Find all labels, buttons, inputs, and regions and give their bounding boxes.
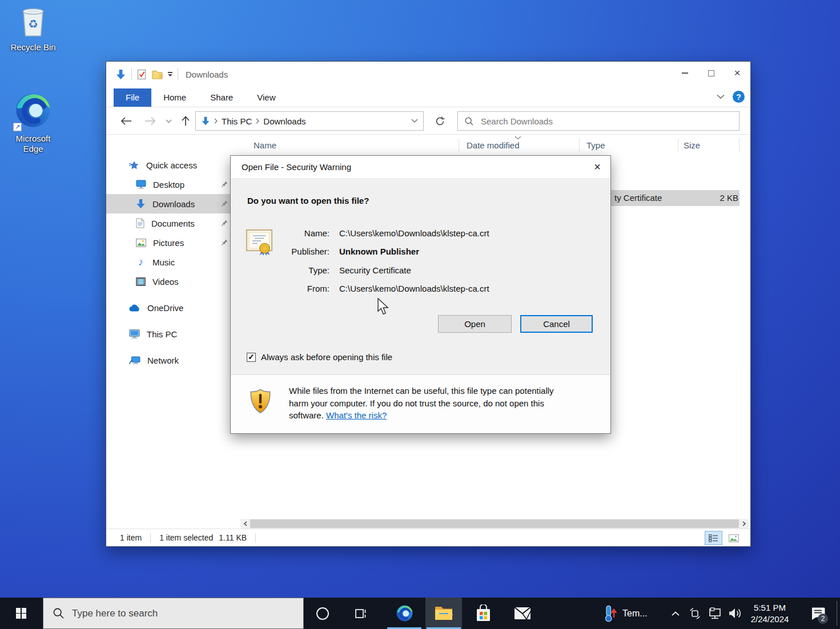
tray-touch-keyboard-icon[interactable] <box>686 598 704 629</box>
dialog-close-button[interactable]: × <box>584 156 610 178</box>
documents-icon <box>136 218 144 228</box>
search-icon <box>53 608 64 619</box>
sidebar-item-this-pc[interactable]: This PC <box>106 324 240 344</box>
warning-shield-icon <box>250 389 271 414</box>
sidebar-item-pictures[interactable]: Pictures <box>106 233 240 252</box>
search-input[interactable]: Search Downloads <box>457 111 739 131</box>
column-header-size[interactable]: Size <box>684 140 700 150</box>
customize-toolbar-caret-icon[interactable] <box>168 72 172 76</box>
mail-icon <box>514 607 531 620</box>
sidebar-item-quick-access[interactable]: Quick access <box>106 155 240 175</box>
back-button[interactable] <box>118 112 135 130</box>
address-bar[interactable]: This PC Downloads <box>195 111 424 131</box>
checkbox-checked[interactable] <box>247 353 256 362</box>
breadcrumb-chevron-icon <box>214 118 218 124</box>
scrollbar-thumb[interactable] <box>250 519 739 528</box>
sidebar-item-network[interactable]: Network <box>106 350 240 370</box>
tab-share[interactable]: Share <box>198 88 245 107</box>
item-count: 1 item <box>120 533 142 542</box>
edge-icon <box>396 604 413 622</box>
up-button[interactable] <box>177 112 194 130</box>
divider <box>131 68 132 80</box>
quick-access-star-icon <box>129 160 139 170</box>
desktop-icon-label: Microsoft Edge <box>5 134 62 154</box>
quick-access-toolbar: Downloads <box>115 62 228 87</box>
downloads-icon <box>136 199 146 209</box>
cortana-button[interactable] <box>304 598 341 629</box>
tab-home[interactable]: Home <box>151 88 198 107</box>
onedrive-cloud-icon <box>129 304 140 312</box>
pin-icon <box>222 220 228 226</box>
scroll-left-arrow[interactable] <box>240 519 250 529</box>
sidebar-item-music[interactable]: ♪ Music <box>106 252 240 272</box>
field-name-label: Name: <box>231 228 339 238</box>
windows-logo-icon <box>16 608 27 619</box>
properties-icon[interactable] <box>137 69 147 80</box>
action-center-button[interactable]: 2 <box>804 598 831 629</box>
column-header-name[interactable]: Name <box>254 140 276 150</box>
help-button[interactable]: ? <box>733 91 745 103</box>
window-title: Downloads <box>186 70 228 79</box>
refresh-button[interactable] <box>429 111 450 131</box>
window-controls: × <box>672 62 750 84</box>
cancel-button[interactable]: Cancel <box>520 315 593 333</box>
address-dropdown-chevron-icon[interactable] <box>411 119 418 123</box>
open-button[interactable]: Open <box>438 315 512 333</box>
new-folder-icon[interactable] <box>152 70 163 79</box>
column-header-type[interactable]: Type <box>586 140 605 150</box>
scroll-right-arrow[interactable] <box>739 519 749 529</box>
breadcrumb-downloads[interactable]: Downloads <box>263 116 306 126</box>
show-desktop-button[interactable] <box>837 601 840 626</box>
tab-view[interactable]: View <box>245 88 287 107</box>
sidebar-item-documents[interactable]: Documents <box>106 213 240 233</box>
horizontal-scrollbar[interactable] <box>240 519 749 529</box>
downloads-folder-icon[interactable] <box>115 69 126 80</box>
details-view-button[interactable] <box>705 531 722 545</box>
svg-text:♻: ♻ <box>28 18 38 30</box>
tray-overflow-chevron[interactable] <box>667 598 684 629</box>
pin-icon <box>222 181 228 187</box>
tray-network-icon[interactable] <box>706 598 724 629</box>
column-header-date-modified[interactable]: Date modified <box>467 140 520 150</box>
large-icons-view-button[interactable] <box>725 531 742 545</box>
ribbon-tabs: File Home Share View ? <box>106 87 750 107</box>
file-explorer-icon <box>435 606 453 621</box>
tray-volume-icon[interactable] <box>725 598 745 629</box>
navigation-pane: Quick access Desktop Downloads <box>106 135 240 519</box>
taskbar-mail-button[interactable] <box>504 598 541 629</box>
task-view-button[interactable] <box>342 598 379 629</box>
tray-temperature-label[interactable]: Tem... <box>622 598 648 629</box>
sidebar-item-downloads[interactable]: Downloads <box>106 194 240 213</box>
taskbar-clock[interactable]: 5:51 PM 2/24/2024 <box>744 602 795 624</box>
videos-icon <box>136 277 146 286</box>
address-bar-row: This PC Downloads Search Downloads <box>106 107 750 135</box>
taskbar-file-explorer-button[interactable] <box>425 598 462 629</box>
music-icon: ♪ <box>136 256 146 268</box>
field-type-label: Type: <box>231 265 339 275</box>
sidebar-item-onedrive[interactable]: OneDrive <box>106 298 240 317</box>
always-ask-checkbox-row[interactable]: Always ask before opening this file <box>247 352 392 362</box>
tray-temperature-icon[interactable] <box>600 598 620 629</box>
desktop-icon-recycle-bin[interactable]: ♻ Recycle Bin <box>5 5 62 53</box>
sidebar-item-videos[interactable]: Videos <box>106 272 240 291</box>
notification-badge: 2 <box>818 614 828 624</box>
minimize-button[interactable] <box>672 62 698 84</box>
sidebar-item-desktop[interactable]: Desktop <box>106 175 240 194</box>
tab-file[interactable]: File <box>114 88 151 107</box>
close-button[interactable]: × <box>724 62 750 84</box>
taskbar-search-input[interactable]: Type here to search <box>43 598 304 629</box>
taskbar: Type here to search <box>0 598 840 629</box>
expand-ribbon-chevron-icon[interactable] <box>717 94 725 99</box>
dialog-titlebar: Open File - Security Warning × <box>231 156 610 179</box>
status-bar: 1 item 1 item selected 1.11 KB <box>106 529 750 546</box>
start-button[interactable] <box>0 598 42 629</box>
desktop-icon-edge[interactable]: ↗ Microsoft Edge <box>5 91 62 154</box>
taskbar-edge-button[interactable] <box>386 598 423 629</box>
divider <box>178 68 178 80</box>
maximize-button[interactable] <box>698 62 724 84</box>
taskbar-store-button[interactable] <box>465 598 501 629</box>
breadcrumb-this-pc[interactable]: This PC <box>222 116 252 126</box>
forward-button[interactable] <box>142 112 159 130</box>
whats-the-risk-link[interactable]: What's the risk? <box>326 410 387 420</box>
recent-locations-chevron-icon[interactable] <box>162 112 175 130</box>
